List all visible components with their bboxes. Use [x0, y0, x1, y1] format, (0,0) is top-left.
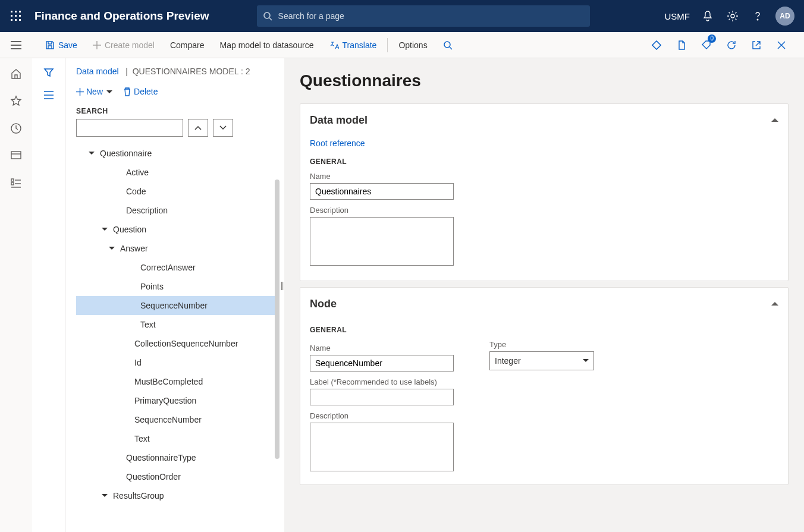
help-button[interactable]: [750, 9, 765, 23]
tree-node-primaryquestion[interactable]: PrimaryQuestion: [76, 391, 278, 410]
root-reference-link[interactable]: Root reference: [310, 138, 365, 148]
user-avatar[interactable]: AD: [775, 7, 794, 26]
chevron-up-icon: [771, 114, 778, 127]
filter-icon: [43, 67, 55, 78]
tree-node-questionorder[interactable]: QuestionOrder: [76, 467, 278, 486]
recent-nav[interactable]: [9, 121, 23, 136]
tree-node-code[interactable]: Code: [76, 182, 278, 201]
legal-entity[interactable]: USMF: [665, 11, 690, 21]
tree-node-collectionseq[interactable]: CollectionSequenceNumber: [76, 334, 278, 353]
tree-node-questionnairetype[interactable]: QuestionnaireType: [76, 448, 278, 467]
tree-node-question[interactable]: Question: [76, 220, 278, 239]
search-icon: [443, 40, 453, 50]
save-button[interactable]: Save: [38, 37, 84, 53]
tree-node-answer-text[interactable]: Text: [76, 315, 278, 334]
close-icon: [777, 40, 786, 50]
model-desc-input[interactable]: [310, 217, 454, 266]
node-name-label: Name: [310, 344, 454, 352]
node-card-header[interactable]: Node: [300, 288, 788, 320]
expand-icon[interactable]: [87, 149, 96, 158]
tree-search-input[interactable]: [76, 119, 183, 137]
svg-rect-4: [15, 15, 17, 17]
svg-rect-8: [19, 19, 21, 21]
workspaces-nav[interactable]: [9, 149, 23, 163]
panel-side-column: [32, 58, 65, 532]
plus-icon: [93, 41, 101, 49]
refresh-icon: [726, 40, 737, 51]
home-icon: [10, 68, 22, 80]
node-name-input[interactable]: [310, 355, 454, 372]
plus-icon: [76, 88, 84, 96]
find-button[interactable]: [436, 37, 460, 53]
translate-button[interactable]: Translate: [322, 37, 384, 53]
tree-pane: Data model | QUESTIONNAIRES MODEL : 2 Ne…: [65, 58, 284, 532]
tree-node-questionnaire[interactable]: Questionnaire: [76, 144, 278, 163]
list-pane-toggle[interactable]: [43, 90, 55, 100]
nav-pane-toggle[interactable]: [0, 32, 32, 58]
chevron-up-icon: [194, 125, 202, 130]
question-icon: [752, 10, 764, 22]
hamburger-icon: [11, 41, 21, 49]
svg-rect-6: [11, 19, 12, 21]
tree-node-description[interactable]: Description: [76, 201, 278, 220]
messages-button[interactable]: 0: [696, 34, 717, 56]
model-name-input[interactable]: [310, 183, 454, 200]
expand-icon[interactable]: [100, 225, 109, 234]
page-title: Questionnaires: [300, 71, 789, 90]
svg-rect-0: [11, 11, 12, 12]
svg-rect-3: [11, 15, 12, 17]
close-button[interactable]: [771, 34, 792, 56]
svg-point-9: [264, 12, 270, 18]
tree-node-answer[interactable]: Answer: [76, 239, 278, 258]
attachments-button[interactable]: [671, 34, 692, 56]
filter-pane-toggle[interactable]: [43, 67, 55, 78]
tree-scrollbar[interactable]: [275, 180, 279, 459]
general-group-label: GENERAL: [310, 158, 778, 166]
notifications-button[interactable]: [701, 9, 715, 23]
new-node-button[interactable]: New: [76, 87, 112, 96]
home-nav[interactable]: [9, 67, 23, 81]
list-icon: [43, 90, 55, 100]
data-model-card-header[interactable]: Data model: [300, 104, 788, 136]
delete-node-button[interactable]: Delete: [123, 87, 158, 96]
tree-node-active[interactable]: Active: [76, 163, 278, 182]
tree-node-points[interactable]: Points: [76, 277, 278, 296]
svg-rect-24: [11, 152, 21, 159]
tree-node-mustbecompleted[interactable]: MustBeCompleted: [76, 372, 278, 391]
refresh-button[interactable]: [721, 34, 742, 56]
breadcrumb-root[interactable]: Data model: [76, 67, 119, 76]
app-launcher-button[interactable]: [4, 4, 29, 29]
tree-node-question-sequencenumber[interactable]: SequenceNumber: [76, 410, 278, 429]
search-prev-button[interactable]: [188, 119, 208, 137]
related-info-button[interactable]: [646, 34, 667, 56]
map-model-button[interactable]: Map model to datasource: [213, 37, 321, 53]
compare-button[interactable]: Compare: [163, 37, 212, 53]
chevron-down-icon: [219, 125, 227, 130]
modules-nav[interactable]: [9, 176, 23, 190]
create-model-button: Create model: [86, 37, 162, 53]
tree-node-correctanswer[interactable]: CorrectAnswer: [76, 258, 278, 277]
tree-node-question-text[interactable]: Text: [76, 429, 278, 448]
tree-node-resultsgroup[interactable]: ResultsGroup: [76, 486, 278, 505]
node-type-select[interactable]: Integer: [489, 351, 594, 370]
trash-icon: [123, 87, 131, 96]
node-label-input[interactable]: [310, 389, 454, 405]
search-next-button[interactable]: [213, 119, 233, 137]
bell-icon: [702, 10, 714, 22]
tree-node-answer-sequencenumber[interactable]: SequenceNumber: [76, 296, 278, 315]
node-desc-label: Description: [310, 411, 454, 420]
options-button[interactable]: Options: [391, 37, 434, 53]
expand-icon[interactable]: [107, 244, 117, 253]
splitter-handle[interactable]: ‖: [280, 281, 284, 290]
node-desc-input[interactable]: [310, 423, 454, 471]
tree-node-id[interactable]: Id: [76, 353, 278, 372]
waffle-icon: [11, 11, 21, 21]
favorites-nav[interactable]: [9, 94, 23, 108]
settings-button[interactable]: [726, 9, 740, 23]
global-search[interactable]: Search for a page: [257, 5, 590, 27]
action-toolbar-row: Save Create model Compare Map model to d…: [0, 32, 804, 58]
popout-button[interactable]: [746, 34, 767, 56]
model-name-label: Name: [310, 172, 778, 181]
expand-icon[interactable]: [100, 491, 109, 500]
app-title: Finance and Operations Preview: [34, 10, 209, 23]
